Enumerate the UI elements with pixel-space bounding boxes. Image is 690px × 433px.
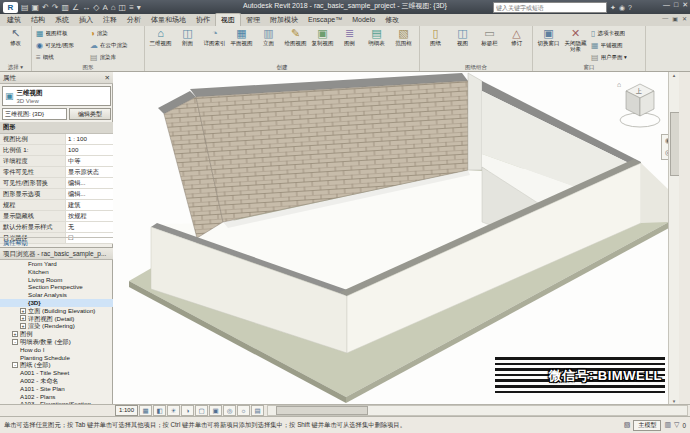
show-crop-region-icon[interactable]: ▣ — [209, 405, 222, 416]
close-button[interactable]: ✕ — [682, 1, 688, 9]
tree-expander-icon[interactable]: - — [12, 339, 18, 345]
filter-icon[interactable]: ▽ — [674, 421, 679, 429]
doc-close-icon[interactable]: ✕ — [682, 15, 687, 22]
print-icon[interactable]: ▥ — [62, 3, 70, 12]
ribbon-button-render-gallery[interactable]: ▤渲染库 — [88, 51, 142, 63]
default-3d-view-icon[interactable]: ⌂ — [111, 3, 116, 12]
sun-path-icon[interactable]: ☀ — [167, 405, 180, 416]
restore-button[interactable]: □ — [674, 1, 678, 9]
ribbon-button-modify[interactable]: ↖修改 — [2, 27, 29, 63]
browser-item[interactable]: Solar Analysis — [0, 291, 113, 299]
browser-item[interactable]: +详图视图 (Detail) — [0, 315, 113, 323]
ribbon-button-render-in-cloud[interactable]: ☁在云中渲染 — [88, 39, 142, 51]
ribbon-button-user-interface[interactable]: ▤用户界面 ▾ — [589, 51, 643, 63]
drawing-area[interactable]: ⌂ 上 ◉◎ ▴▾ 微信号: BIMWELL — [113, 72, 679, 404]
tree-expander-icon[interactable]: - — [12, 362, 18, 368]
browser-item[interactable]: A101 - Site Plan — [0, 385, 113, 393]
ribbon-button-scope-box[interactable]: ▧范围框 — [390, 27, 417, 63]
ribbon-button-schedules[interactable]: ▤明细表 — [363, 27, 390, 63]
customize-qat-icon[interactable]: ▾ — [137, 3, 141, 12]
browser-item[interactable]: Section Perspective — [0, 283, 113, 291]
sign-in-icon[interactable]: ◉ — [619, 4, 625, 12]
ribbon-button-sheet[interactable]: ▯图纸 — [422, 27, 449, 63]
shadows-icon[interactable]: ◑ — [181, 405, 194, 416]
tab-modify[interactable]: 修改 — [380, 14, 404, 26]
browser-item[interactable]: +立面 (Building Elevation) — [0, 307, 113, 315]
ribbon-button-duplicate-view[interactable]: ▣复制视图 — [309, 27, 336, 63]
horizontal-scrollbar[interactable] — [267, 405, 688, 416]
ribbon-button-tile-views[interactable]: ▦平铺视图 — [589, 39, 643, 51]
browser-item[interactable]: Living Room — [0, 276, 113, 284]
browser-item[interactable]: -图纸 (全部) — [0, 361, 113, 369]
tab-modelo[interactable]: Modelo — [347, 14, 380, 26]
ribbon-button-elevation[interactable]: ▥立面 — [255, 27, 282, 63]
ribbon-button-view-templates[interactable]: ▦视图样板 — [34, 27, 88, 39]
tab-manage[interactable]: 管理 — [241, 14, 265, 26]
temporary-view-properties-icon[interactable]: ▤ — [251, 405, 264, 416]
visual-style-icon[interactable]: ◧ — [153, 405, 166, 416]
worksets-icon[interactable]: ▧ — [624, 421, 631, 429]
type-selector[interactable]: ▣ 三维视图 3D View — [2, 86, 111, 106]
ribbon-button-plan-views[interactable]: ▦平面视图 — [228, 27, 255, 63]
tree-expander-icon[interactable]: + — [20, 308, 26, 314]
close-icon[interactable]: ✕ — [105, 72, 110, 83]
horizontal-scroll-thumb[interactable] — [276, 406, 368, 415]
scale-button[interactable]: 1:100 — [115, 405, 138, 416]
properties-help-link[interactable]: 属性帮助 — [0, 237, 113, 247]
undo-icon[interactable]: ↶ — [42, 3, 49, 12]
thin-lines-icon[interactable]: ≡ — [129, 3, 134, 12]
ribbon-button-view[interactable]: ◫视图 — [449, 27, 476, 63]
section-icon[interactable]: ◫ — [119, 3, 127, 12]
tab-enscape[interactable]: Enscape™ — [303, 14, 347, 26]
east-wall-end[interactable] — [641, 163, 668, 223]
search-input[interactable] — [493, 2, 607, 13]
tab-view[interactable]: 视图 — [215, 13, 241, 26]
redo-icon[interactable]: ↷ — [52, 3, 59, 12]
help-icon[interactable]: ? — [628, 4, 632, 11]
revit-logo[interactable]: R — [3, 2, 18, 13]
ribbon-button-revisions[interactable]: △修订 — [503, 27, 530, 63]
browser-item[interactable]: How do I — [0, 346, 113, 354]
browser-item[interactable]: {3D} — [0, 299, 113, 307]
view-dropdown[interactable]: 三维视图: {3D} — [2, 108, 67, 120]
ribbon-button-thin-lines[interactable]: ≡细线 — [34, 51, 88, 63]
exchange-apps-icon[interactable]: ✦ — [610, 4, 616, 12]
tab-systems[interactable]: 系统 — [50, 14, 74, 26]
browser-item[interactable]: +图例 — [0, 330, 113, 338]
back-wall-end[interactable] — [468, 73, 482, 170]
ribbon-button-drafting-view[interactable]: ✎绘图视图 — [282, 27, 309, 63]
aligned-dimension-icon[interactable]: ↔ — [82, 3, 90, 12]
ribbon-button-switch-windows[interactable]: ▣切换窗口 — [535, 27, 562, 63]
tab-architecture[interactable]: 建筑 — [2, 14, 26, 26]
browser-item[interactable]: From Yard — [0, 260, 113, 268]
tab-collaborate[interactable]: 协作 — [191, 14, 215, 26]
ribbon-button-3d-view[interactable]: ⌂三维视图 — [147, 27, 174, 63]
text-icon[interactable]: A — [102, 3, 107, 12]
workset-dropdown[interactable]: 主模型 — [633, 420, 661, 431]
tab-addins[interactable]: 附加模块 — [265, 14, 303, 26]
detail-level-icon[interactable]: ▦ — [139, 405, 152, 416]
tab-analyze[interactable]: 分析 — [122, 14, 146, 26]
browser-item[interactable]: Kitchen — [0, 268, 113, 276]
tag-icon[interactable]: ◇ — [93, 3, 99, 12]
ribbon-button-title-block[interactable]: ▭标题栏 — [476, 27, 503, 63]
ribbon-button-render[interactable]: ◑渲染 — [88, 27, 142, 39]
doc-minimize-icon[interactable]: — — [662, 15, 668, 22]
crop-view-icon[interactable]: ▢ — [195, 405, 208, 416]
browser-item[interactable]: Planting Schedule — [0, 354, 113, 362]
browser-item[interactable]: -明细表/数量 (全部) — [0, 338, 113, 346]
tab-massing-site[interactable]: 体量和场地 — [146, 14, 191, 26]
minimize-button[interactable]: — — [663, 1, 670, 9]
ribbon-button-callout[interactable]: ◔详图索引 — [201, 27, 228, 63]
measure-icon[interactable]: ∠ — [72, 3, 79, 12]
doc-restore-icon[interactable]: ▣ — [672, 15, 678, 22]
browser-item[interactable]: A001 - Title Sheet — [0, 369, 113, 377]
tree-expander-icon[interactable]: + — [20, 315, 26, 321]
tree-expander-icon[interactable]: + — [20, 323, 26, 329]
browser-item[interactable]: A002 - 未命名 — [0, 377, 113, 385]
edit-type-button[interactable]: 编辑类型 — [69, 108, 111, 120]
tab-structure[interactable]: 结构 — [26, 14, 50, 26]
vertical-scrollbar[interactable]: ▴▾ — [668, 72, 679, 404]
reveal-hidden-elements-icon[interactable]: ☼ — [237, 405, 250, 416]
vertical-scroll-thumb[interactable] — [670, 112, 679, 176]
